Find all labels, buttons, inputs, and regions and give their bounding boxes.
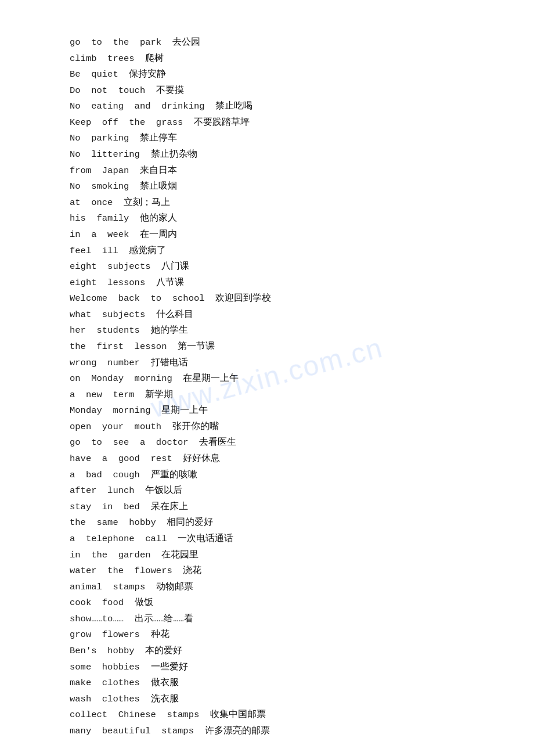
- list-item: in a week 在一周内: [70, 227, 464, 243]
- english-text: after lunch: [70, 485, 135, 496]
- english-text: No littering: [70, 149, 140, 160]
- list-item: make clothes 做衣服: [70, 675, 464, 692]
- list-item: climb trees 爬树: [70, 51, 464, 67]
- chinese-text: 什么科目: [156, 309, 193, 320]
- chinese-text: 一次电话通话: [178, 534, 233, 544]
- chinese-text: 新学期: [145, 390, 173, 400]
- list-item: Keep off the grass 不要践踏草坪: [70, 115, 464, 131]
- english-text: eight lessons: [70, 278, 145, 288]
- list-item: wrong number 打错电话: [70, 355, 464, 372]
- chinese-text: 禁止停车: [140, 133, 177, 143]
- list-item: No parking 禁止停车: [70, 131, 464, 147]
- list-item: the first lesson 第一节课: [70, 339, 464, 355]
- list-item: many beautiful stamps 许多漂亮的邮票: [70, 723, 464, 740]
- english-text: cook food: [70, 597, 124, 608]
- english-text: from Japan: [70, 165, 129, 176]
- list-item: eight lessons 八节课: [70, 275, 464, 291]
- english-text: feel ill: [70, 246, 118, 256]
- english-text: No eating and drinking: [70, 101, 205, 111]
- list-item: on Monday morning 在星期一上午: [70, 371, 464, 387]
- english-text: in the garden: [70, 550, 151, 560]
- chinese-text: 禁止吸烟: [140, 181, 177, 192]
- list-item: Welcome back to school 欢迎回到学校: [70, 291, 464, 307]
- list-item: his family 他的家人: [70, 211, 464, 227]
- english-text: No parking: [70, 133, 129, 143]
- english-text: a new term: [70, 390, 135, 400]
- list-item: No eating and drinking 禁止吃喝: [70, 99, 464, 115]
- list-item: cook food 做饭: [70, 595, 464, 611]
- chinese-text: 打错电话: [151, 358, 188, 368]
- chinese-text: 他的家人: [140, 213, 177, 224]
- chinese-text: 八节课: [156, 278, 184, 288]
- chinese-text: 在一周内: [140, 229, 177, 240]
- chinese-text: 来自日本: [140, 165, 177, 176]
- list-item: go to the park 去公园: [70, 35, 464, 51]
- chinese-text: 禁止吃喝: [215, 101, 252, 111]
- english-text: animal stamps: [70, 582, 145, 592]
- english-text: Ben's hobby: [70, 646, 135, 656]
- list-item: a telephone call 一次电话通话: [70, 531, 464, 548]
- english-text: Monday morning: [70, 405, 151, 416]
- chinese-text: 第一节课: [178, 341, 215, 352]
- english-text: the same hobby: [70, 517, 156, 528]
- english-text: a bad cough: [70, 470, 140, 480]
- vocabulary-list: go to the park 去公园climb trees 爬树Be quiet…: [70, 35, 464, 739]
- english-text: many beautiful stamps: [70, 726, 194, 736]
- list-item: her students 她的学生: [70, 323, 464, 339]
- list-item: what subjects 什么科目: [70, 307, 464, 323]
- list-item: eight subjects 八门课: [70, 259, 464, 275]
- chinese-text: 不要摸: [156, 85, 184, 96]
- chinese-text: 爬树: [145, 53, 164, 64]
- list-item: some hobbies 一些爱好: [70, 660, 464, 676]
- english-text: show……to……: [70, 614, 124, 624]
- chinese-text: 收集中国邮票: [210, 710, 266, 720]
- list-item: Monday morning 星期一上午: [70, 403, 464, 419]
- english-text: her students: [70, 325, 140, 336]
- list-item: a bad cough 严重的咳嗽: [70, 467, 464, 484]
- list-item: open your mouth 张开你的嘴: [70, 419, 464, 435]
- chinese-text: 八门课: [161, 261, 189, 272]
- chinese-text: 相同的爱好: [167, 517, 213, 528]
- list-item: from Japan 来自日本: [70, 163, 464, 179]
- english-text: grow flowers: [70, 629, 140, 640]
- chinese-text: 不要践踏草坪: [194, 117, 250, 128]
- english-text: wrong number: [70, 358, 140, 368]
- chinese-text: 出示……给……看: [135, 614, 193, 624]
- chinese-text: 一些爱好: [151, 662, 188, 672]
- chinese-text: 洗衣服: [151, 694, 179, 704]
- chinese-text: 去公园: [172, 37, 200, 48]
- list-item: a new term 新学期: [70, 387, 464, 404]
- chinese-text: 张开你的嘴: [172, 422, 219, 432]
- chinese-text: 严重的咳嗽: [151, 470, 197, 480]
- chinese-text: 星期一上午: [161, 405, 208, 416]
- list-item: feel ill 感觉病了: [70, 243, 464, 260]
- english-text: Do not touch: [70, 85, 145, 96]
- chinese-text: 午饭以后: [145, 485, 182, 496]
- english-text: No smoking: [70, 181, 129, 192]
- english-text: go to the park: [70, 37, 161, 48]
- english-text: climb trees: [70, 53, 135, 64]
- list-item: Be quiet 保持安静: [70, 67, 464, 83]
- list-item: collect Chinese stamps 收集中国邮票: [70, 707, 464, 723]
- chinese-text: 许多漂亮的邮票: [205, 726, 270, 736]
- english-text: Be quiet: [70, 69, 118, 80]
- list-item: stay in bed 呆在床上: [70, 499, 464, 516]
- english-text: go to see a doctor: [70, 437, 189, 448]
- list-item: the same hobby 相同的爱好: [70, 515, 464, 531]
- chinese-text: 种花: [151, 629, 169, 640]
- list-item: have a good rest 好好休息: [70, 451, 464, 467]
- english-text: his family: [70, 213, 129, 224]
- english-text: stay in bed: [70, 502, 140, 512]
- chinese-text: 做饭: [135, 597, 153, 608]
- chinese-text: 好好休息: [183, 453, 220, 464]
- chinese-text: 在星期一上午: [183, 373, 239, 384]
- english-text: open your mouth: [70, 422, 161, 432]
- english-text: in a week: [70, 229, 129, 240]
- english-text: some hobbies: [70, 662, 140, 672]
- chinese-text: 本的爱好: [145, 646, 182, 656]
- chinese-text: 欢迎回到学校: [215, 293, 271, 304]
- chinese-text: 她的学生: [151, 325, 188, 336]
- chinese-text: 浇花: [183, 566, 201, 576]
- chinese-text: 感觉病了: [129, 246, 166, 256]
- list-item: show……to…… 出示……给……看: [70, 611, 464, 628]
